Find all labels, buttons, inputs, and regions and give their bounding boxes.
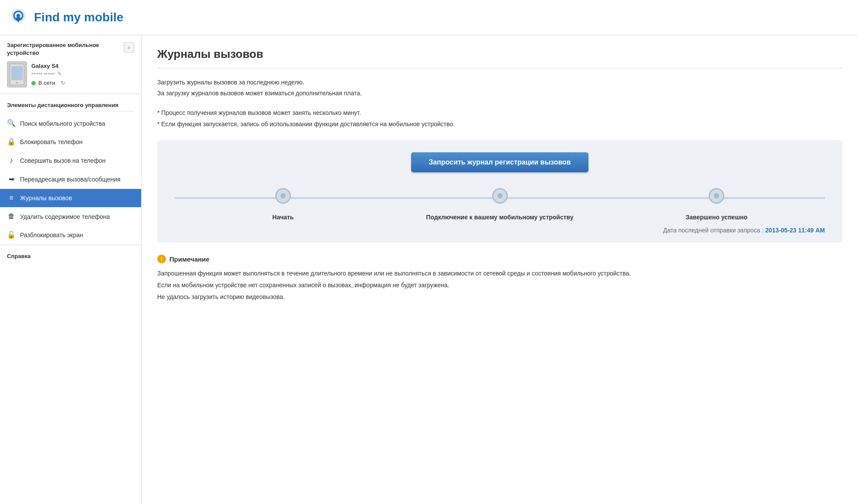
- sidebar-item-lock[interactable]: 🔒 Блокировать телефон: [0, 133, 141, 151]
- notes-block: * Процесс получения журналов вызовов мож…: [157, 108, 842, 129]
- step-connecting: [392, 188, 608, 208]
- last-request: Дата последней отправки запроса : 2013-0…: [175, 227, 825, 234]
- request-logs-button[interactable]: Запросить журнал регистрации вызовов: [411, 152, 588, 172]
- note-section: ! Примечание Запрошенная функция может в…: [157, 255, 842, 302]
- sidebar-item-redirect[interactable]: ➡ Переадресация вызова/сообщения: [0, 170, 141, 189]
- edit-icon[interactable]: ✎: [57, 71, 62, 77]
- device-name: Galaxy S4: [31, 63, 124, 69]
- svg-rect-5: [11, 66, 23, 80]
- svg-point-9: [714, 193, 719, 198]
- lock-icon: 🔒: [7, 138, 16, 147]
- note-line-1: Запрошенная функция может выполняться в …: [157, 268, 842, 279]
- device-info: Galaxy S4 •••••• •••••• ✎ В сети ↻: [7, 61, 124, 87]
- music-icon: ♪: [7, 156, 16, 165]
- step-labels: Начать Подключение к вашему мобильному у…: [175, 213, 825, 222]
- sidebar: Зарегистрированное мобильное устройство …: [0, 35, 142, 504]
- progress-area: Запросить журнал регистрации вызовов: [157, 140, 842, 243]
- note-title: ! Примечание: [157, 255, 842, 263]
- note-line-2: Если на мобильном устройстве нет сохране…: [157, 279, 842, 291]
- note-lines: Запрошенная функция может выполняться в …: [157, 268, 842, 302]
- device-details: Galaxy S4 •••••• •••••• ✎ В сети ↻: [31, 63, 124, 86]
- description-line1: Загрузить журналы вызовов за последнюю н…: [157, 77, 842, 88]
- device-section-content: Зарегистрированное мобильное устройство …: [7, 41, 124, 87]
- layout: Зарегистрированное мобильное устройство …: [0, 35, 858, 504]
- sidebar-item-call[interactable]: ♪ Совершить вызов на телефон: [0, 151, 141, 170]
- step-circle-connecting: [492, 188, 508, 204]
- step-done: [608, 188, 825, 208]
- svg-point-6: [16, 82, 18, 84]
- progress-track: [175, 188, 825, 208]
- expand-device-button[interactable]: ›: [124, 42, 134, 53]
- sidebar-footer: Справка: [0, 245, 141, 263]
- remote-section-label: Элементы дистанционного управления: [0, 94, 141, 111]
- note-line-3: Не удалось загрузить историю видеовызова…: [157, 291, 842, 303]
- svg-point-7: [280, 193, 286, 198]
- sidebar-divider: [7, 111, 134, 111]
- sidebar-item-logs[interactable]: ≡ Журналы вызовов: [0, 189, 141, 208]
- app-title: Find my mobile: [34, 10, 123, 24]
- device-section: Зарегистрированное мобильное устройство …: [0, 35, 141, 94]
- device-number: •••••• •••••• ✎: [31, 71, 124, 77]
- trash-icon: 🗑: [7, 212, 16, 221]
- main-content: Журналы вызовов Загрузить журналы вызово…: [142, 35, 858, 504]
- header: Find my mobile: [0, 0, 858, 35]
- step-circle-start: [275, 188, 291, 204]
- sidebar-item-unlock[interactable]: 🔓 Разблокировать экран: [0, 226, 141, 245]
- step-label-start: Начать: [175, 213, 392, 222]
- warning-icon: !: [157, 255, 166, 263]
- search-icon: 🔍: [7, 119, 16, 128]
- step-start: [175, 188, 392, 208]
- refresh-icon[interactable]: ↻: [61, 80, 65, 86]
- svg-point-2: [17, 14, 20, 17]
- step-label-done: Завершено успешно: [608, 213, 825, 222]
- list-icon: ≡: [7, 194, 16, 203]
- last-request-date: 2013-05-23 11:49 AM: [765, 227, 825, 234]
- step-circle-done: [709, 188, 724, 204]
- status-dot: [31, 81, 36, 85]
- last-request-label: Дата последней отправки запроса :: [663, 227, 764, 234]
- sidebar-item-search[interactable]: 🔍 Поиск мобильного устройства: [0, 114, 141, 133]
- step-label-connecting: Подключение к вашему мобильному устройст…: [392, 213, 608, 222]
- logo-icon: [9, 8, 28, 27]
- svg-point-8: [497, 193, 503, 198]
- page-title: Журналы вызовов: [157, 47, 842, 68]
- note1: * Процесс получения журналов вызовов мож…: [157, 108, 842, 118]
- unlock-icon: 🔓: [7, 231, 16, 240]
- description-line2: За загрузку журналов вызовов может взима…: [157, 88, 842, 99]
- note2: * Если функция запускается, запись об ис…: [157, 119, 842, 130]
- redirect-icon: ➡: [7, 175, 16, 184]
- device-section-label: Зарегистрированное мобильное устройство: [7, 41, 124, 57]
- sidebar-item-wipe[interactable]: 🗑 Удалить содержимое телефона: [0, 207, 141, 226]
- description-block: Загрузить журналы вызовов за последнюю н…: [157, 77, 842, 99]
- device-image: [7, 61, 27, 87]
- device-status: В сети ↻: [31, 80, 124, 86]
